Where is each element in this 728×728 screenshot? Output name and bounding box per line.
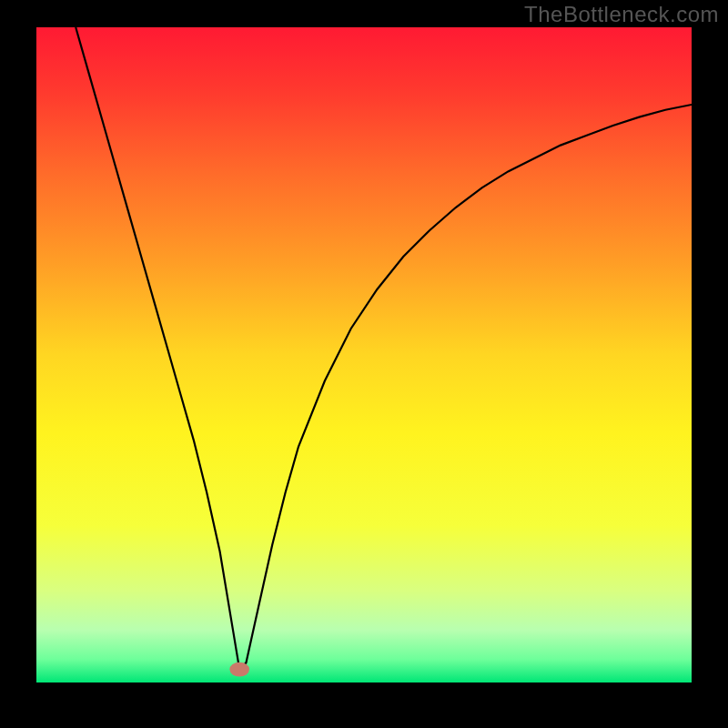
minimum-marker	[229, 662, 249, 677]
chart-svg	[36, 27, 692, 682]
gradient-rect	[36, 27, 692, 682]
watermark-text: TheBottleneck.com	[524, 2, 719, 27]
chart-frame: TheBottleneck.com	[0, 0, 728, 728]
plot-area	[36, 27, 692, 682]
